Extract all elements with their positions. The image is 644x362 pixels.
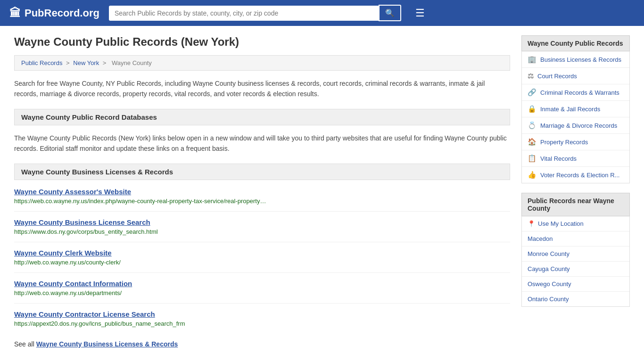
sidebar-item-monroe[interactable]: Monroe County [522,247,629,262]
logo-icon: 🏛 [9,7,21,20]
page-body: Wayne County Public Records (New York) P… [0,26,644,357]
link-title-clerk[interactable]: Wayne County Clerk Website [14,249,510,257]
court-icon: ⚖ [528,72,534,80]
sidebar-item-label: Court Records [537,73,577,80]
link-item: Wayne County Contractor License Search h… [14,310,510,334]
hamburger-button[interactable]: ☰ [415,7,425,19]
link-title-contractor[interactable]: Wayne County Contractor License Search [14,310,510,318]
main-description: Search for free Wayne County, NY Public … [14,78,510,99]
sidebar-item-label: Voter Records & Election R... [540,172,619,179]
sidebar-item-voter[interactable]: 👍 Voter Records & Election R... [522,167,629,183]
vital-icon: 📋 [528,154,537,163]
use-location-label: Use My Location [538,220,584,227]
link-item: Wayne County Business License Search htt… [14,218,510,242]
property-icon: 🏠 [528,138,537,146]
link-title-business-license[interactable]: Wayne County Business License Search [14,218,510,226]
link-item: Wayne County Assessor's Website https://… [14,188,510,212]
link-title-assessor[interactable]: Wayne County Assessor's Website [14,188,510,196]
sidebar-item-label: Property Records [540,139,588,146]
databases-section-text: The Wayne County Public Records (New Yor… [14,133,510,154]
link-url-assessor[interactable]: https://web.co.wayne.ny.us/index.php/way… [14,197,266,205]
sidebar-public-records: Wayne County Public Records 🏢 Business L… [521,35,630,183]
link-item: Wayne County Clerk Website http://web.co… [14,249,510,273]
link-list: Wayne County Assessor's Website https://… [14,188,510,334]
link-url-contractor[interactable]: https://appext20.dos.ny.gov/lcns_public/… [14,320,185,327]
sidebar-item-vital[interactable]: 📋 Vital Records [522,150,629,167]
sidebar-item-macedon[interactable]: Macedon [522,231,629,247]
breadcrumb-public-records[interactable]: Public Records [21,59,62,66]
sidebar-item-label: Criminal Records & Warrants [540,89,619,96]
sidebar-item-label: Business Licenses & Records [540,56,621,63]
sidebar-item-marriage[interactable]: 💍 Marriage & Divorce Records [522,117,629,134]
sidebar-public-records-title: Wayne County Public Records [521,35,630,51]
location-icon: 📍 [528,220,535,227]
sidebar-item-label: Inmate & Jail Records [540,106,600,113]
sidebar-nearby-title: Public Records near Wayne County [521,193,630,216]
sidebar-item-use-location[interactable]: 📍 Use My Location [522,216,629,231]
breadcrumb: Public Records > New York > Wayne County [14,55,510,71]
business-section-header: Wayne County Business Licenses & Records [14,164,510,180]
sidebar: Wayne County Public Records 🏢 Business L… [521,35,630,348]
sidebar-nearby-list: 📍 Use My Location Macedon Monroe County … [521,216,630,307]
sidebar-item-label: Marriage & Divorce Records [540,122,617,129]
criminal-icon: 🔗 [528,88,537,97]
voter-icon: 👍 [528,171,537,179]
breadcrumb-sep-2: > [103,59,108,66]
breadcrumb-wayne-county: Wayne County [112,59,152,66]
breadcrumb-sep-1: > [66,59,71,66]
sidebar-item-label: Vital Records [540,155,577,162]
link-url-contact[interactable]: http://web.co.wayne.ny.us/departments/ [14,289,122,296]
search-icon: 🔍 [385,9,395,17]
sidebar-item-property[interactable]: 🏠 Property Records [522,134,629,150]
business-icon: 🏢 [528,55,537,64]
search-area: 🔍 [109,5,401,21]
logo[interactable]: 🏛 PubRecord.org [9,7,99,20]
link-url-business-license[interactable]: https://www.dos.ny.gov/corps/bus_entity_… [14,228,158,235]
sidebar-item-court[interactable]: ⚖ Court Records [522,68,629,84]
link-item: Wayne County Contact Information http://… [14,280,510,304]
marriage-icon: 💍 [528,121,537,130]
see-all: See all Wayne County Business Licenses &… [14,340,510,348]
breadcrumb-new-york[interactable]: New York [73,59,99,66]
header: 🏛 PubRecord.org 🔍 ☰ [0,0,644,26]
see-all-link[interactable]: Wayne County Business Licenses & Records [36,340,178,348]
sidebar-item-business[interactable]: 🏢 Business Licenses & Records [522,51,629,68]
page-title: Wayne County Public Records (New York) [14,35,510,49]
search-input[interactable] [109,6,379,21]
sidebar-item-inmate[interactable]: 🔒 Inmate & Jail Records [522,101,629,117]
sidebar-item-ontario[interactable]: Ontario County [522,292,629,306]
main-content: Wayne County Public Records (New York) P… [14,35,510,348]
databases-section-header: Wayne County Public Record Databases [14,109,510,125]
inmate-icon: 🔒 [528,105,537,113]
logo-text: PubRecord.org [25,7,99,19]
sidebar-public-records-list: 🏢 Business Licenses & Records ⚖ Court Re… [521,51,630,183]
sidebar-item-cayuga[interactable]: Cayuga County [522,262,629,277]
sidebar-nearby: Public Records near Wayne County 📍 Use M… [521,193,630,307]
link-url-clerk[interactable]: http://web.co.wayne.ny.us/county-clerk/ [14,259,121,266]
sidebar-item-criminal[interactable]: 🔗 Criminal Records & Warrants [522,84,629,101]
search-button[interactable]: 🔍 [379,5,401,21]
link-title-contact[interactable]: Wayne County Contact Information [14,280,510,288]
hamburger-icon: ☰ [415,7,425,19]
sidebar-item-oswego[interactable]: Oswego County [522,277,629,292]
